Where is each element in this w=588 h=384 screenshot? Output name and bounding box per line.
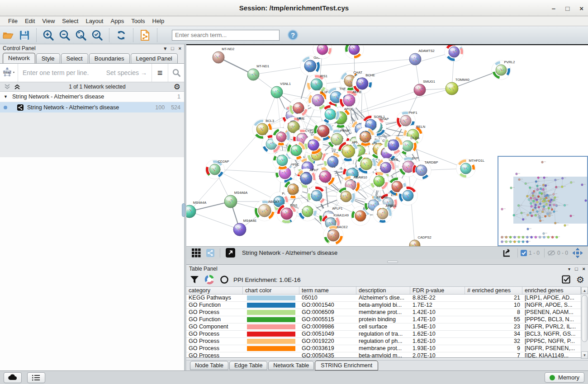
control-panel-float-icon[interactable]: □ <box>171 46 174 51</box>
string-query-placeholder[interactable]: Enter one term per line. <box>18 69 106 76</box>
chart-settings-icon[interactable] <box>204 275 214 285</box>
task-history-button[interactable] <box>27 372 45 383</box>
node[interactable] <box>337 187 356 206</box>
close-button[interactable]: × <box>579 5 583 12</box>
node[interactable] <box>398 186 417 205</box>
tab-node-table[interactable]: Node Table <box>190 361 228 370</box>
tab-network[interactable]: Network <box>3 53 35 63</box>
zoom-out-button[interactable] <box>58 28 71 42</box>
table-gear-icon[interactable]: ⚙ <box>576 275 584 284</box>
string-options-button[interactable]: ≡ <box>152 64 168 82</box>
collapse-all-icon[interactable] <box>4 84 11 90</box>
control-panel-close-icon[interactable]: × <box>179 46 181 51</box>
node[interactable] <box>287 141 306 160</box>
menu-help[interactable]: Help <box>149 18 168 24</box>
node-MT-ND1[interactable]: MT-ND1 <box>247 64 269 80</box>
table-row[interactable]: GO FunctionGO:0005515protein binding1.47… <box>186 316 581 323</box>
network-collection-row[interactable]: ▼ String Network - Alzheimer's disease 1 <box>0 92 184 102</box>
import-network-button[interactable] <box>138 28 152 42</box>
node[interactable] <box>284 180 303 199</box>
node[interactable] <box>323 152 342 171</box>
zoom-fit-button[interactable] <box>74 28 88 42</box>
table-row[interactable]: GO ProcessGO:0006509membrane prot...1.42… <box>186 309 581 316</box>
node-TARDBP[interactable]: TARDBP <box>412 160 438 180</box>
column-header-category[interactable]: category <box>186 287 243 294</box>
save-session-button[interactable] <box>18 28 31 42</box>
node[interactable] <box>289 98 308 117</box>
column-header-description[interactable]: description <box>356 287 410 294</box>
scroll-thumb[interactable] <box>582 295 588 342</box>
column-header-term-name[interactable]: term name <box>299 287 356 294</box>
splitter-grip[interactable] <box>387 261 398 263</box>
menu-layout[interactable]: Layout <box>82 18 107 24</box>
help-button[interactable]: ? <box>286 28 299 42</box>
node[interactable] <box>272 128 290 146</box>
search-input[interactable] <box>172 30 280 41</box>
open-in-browser-button[interactable] <box>224 248 236 258</box>
grid-view-button[interactable] <box>190 248 202 258</box>
node-MTHFD1L[interactable]: MTHFD1L <box>456 159 484 178</box>
pan-mode-button[interactable] <box>571 247 584 259</box>
node[interactable] <box>304 136 323 155</box>
network-panel-gear-icon[interactable]: ⚙ <box>174 83 180 91</box>
menu-select[interactable]: Select <box>58 18 82 24</box>
automation-button[interactable] <box>4 372 22 383</box>
node-MT-ND2[interactable]: MT-ND2 <box>213 47 234 63</box>
tab-select[interactable]: Select <box>61 53 88 63</box>
table-row[interactable]: GO ProcessGO:0050435beta-amyloid m...2.0… <box>186 352 581 358</box>
zoom-selected-button[interactable] <box>90 28 104 42</box>
column-header-FDR-p-value[interactable]: FDR p-value <box>410 287 465 294</box>
column-header--enriched-genes[interactable]: # enriched genes <box>465 287 522 294</box>
memory-button[interactable]: Memory <box>545 372 584 383</box>
node-TOMM40[interactable]: TOMM40 <box>446 78 469 95</box>
node[interactable] <box>345 45 364 59</box>
tab-network-table[interactable]: Network Table <box>268 361 314 370</box>
table-row[interactable]: GO ProcessGO:0033619membrane prot...1.93… <box>186 345 581 352</box>
table-panel-menu-icon[interactable]: ▾ <box>568 267 570 272</box>
menu-apps[interactable]: Apps <box>107 18 128 24</box>
table-row[interactable]: GO ProcessGO:0051049regulation of tra...… <box>186 331 581 338</box>
share-view-button[interactable] <box>205 248 216 258</box>
node[interactable] <box>445 45 464 61</box>
table-row[interactable]: GO FunctionGO:0001540beta-amyloid bi...1… <box>186 302 581 309</box>
tab-boundaries[interactable]: Boundaries <box>89 53 130 63</box>
selected-nodes-icon[interactable] <box>521 250 527 256</box>
table-row[interactable]: KEGG Pathways05010Alzheimer's dise...8.8… <box>186 295 581 302</box>
tab-style[interactable]: Style <box>36 53 60 63</box>
remove-chart-icon[interactable] <box>220 275 229 284</box>
open-session-button[interactable] <box>1 28 15 42</box>
node-BIN1[interactable]: BIN1 <box>277 203 298 224</box>
string-search-button[interactable] <box>168 64 184 82</box>
table-row[interactable]: GO ComponentGO:0009986cell surface1.54E-… <box>186 323 581 331</box>
export-network-button[interactable] <box>501 248 513 258</box>
node[interactable] <box>298 202 317 221</box>
minimize-button[interactable]: – <box>552 5 555 12</box>
table-scrollbar[interactable]: ▲ ▼ <box>581 287 588 359</box>
node-GAB2[interactable]: GAB2 <box>300 56 322 76</box>
menu-edit[interactable]: Edit <box>21 18 38 24</box>
select-columns-icon[interactable] <box>562 275 571 284</box>
node-SMUG1[interactable]: SMUG1 <box>414 80 435 96</box>
node-ADAMTS2[interactable]: ADAMTS2 <box>409 49 435 65</box>
control-panel-menu-icon[interactable]: ▾ <box>164 46 166 52</box>
network-view[interactable]: MT-ND2MT-ND1VSNL1GAB2IRS1CHATBCHEIL1BTNF… <box>186 44 588 246</box>
refresh-button[interactable] <box>114 28 128 42</box>
panel-splitter[interactable] <box>186 259 588 264</box>
network-row-selected[interactable]: String Network - Alzheimer's disease 100… <box>0 102 184 112</box>
column-header-enriched-genes[interactable]: enriched genes <box>522 287 581 294</box>
table-row[interactable]: GO ProcessGO:0019220regulation of ph...1… <box>186 338 581 345</box>
node-BACE2[interactable]: BACE2 <box>323 225 348 245</box>
node-CADPS2[interactable]: CADPS2 <box>409 235 432 246</box>
table-panel-close-icon[interactable]: × <box>583 266 585 272</box>
node[interactable] <box>356 154 376 174</box>
panel-divider-grip[interactable] <box>182 203 185 217</box>
node-MS4A4A[interactable]: MS4A4A <box>186 201 206 218</box>
string-protein-query-selector[interactable]: STRING <box>0 64 18 82</box>
enrichment-table-body[interactable]: KEGG Pathways05010Alzheimer's dise...8.8… <box>186 295 581 358</box>
expand-all-icon[interactable] <box>14 84 21 90</box>
tab-legend-panel[interactable]: Legend Panel <box>131 53 178 63</box>
node[interactable] <box>321 105 340 124</box>
scroll-down-button[interactable]: ▼ <box>581 351 588 359</box>
node-VSNL1[interactable]: VSNL1 <box>271 82 291 98</box>
table-panel-float-icon[interactable]: □ <box>575 266 578 272</box>
